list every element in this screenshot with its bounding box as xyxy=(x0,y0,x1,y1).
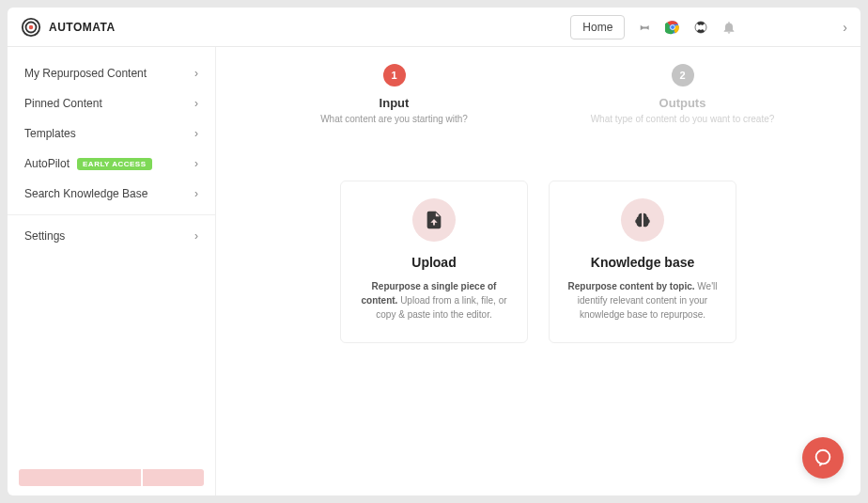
step-subtitle: What type of content do you want to crea… xyxy=(591,114,775,124)
sidebar-item-label: AutoPilot xyxy=(24,157,70,170)
topbar: AUTOMATA Home xyxy=(8,8,860,47)
card-knowledge-base[interactable]: Knowledge base Repurpose content by topi… xyxy=(549,181,736,343)
sidebar-item-autopilot[interactable]: AutoPilot EARLY ACCESS › xyxy=(8,149,215,179)
card-description: Repurpose a single piece of content. Upl… xyxy=(356,279,512,322)
sidebar-item-pinned[interactable]: Pinned Content › xyxy=(8,88,215,118)
step-title: Outputs xyxy=(659,96,706,110)
upload-icon xyxy=(412,198,456,242)
chevron-right-icon: › xyxy=(194,157,198,170)
bell-icon[interactable] xyxy=(721,19,737,36)
chrome-icon[interactable] xyxy=(664,19,681,36)
early-access-badge: EARLY ACCESS xyxy=(77,158,152,170)
step-outputs: 2 Outputs What type of content do you wa… xyxy=(538,64,827,124)
card-description: Repurpose content by topic. We'll identi… xyxy=(565,279,721,322)
sidebar-footer xyxy=(8,460,215,495)
expand-chevron-icon[interactable]: › xyxy=(843,20,847,35)
brand-logo-icon xyxy=(21,17,41,38)
sidebar-item-label: Search Knowledge Base xyxy=(24,187,147,200)
step-subtitle: What content are you starting with? xyxy=(320,114,468,124)
pin-icon[interactable] xyxy=(636,19,653,36)
card-title: Knowledge base xyxy=(565,255,721,270)
stepper: 1 Input What content are you starting wi… xyxy=(250,64,827,124)
svg-point-7 xyxy=(816,450,830,464)
svg-point-2 xyxy=(29,24,34,29)
step-input: 1 Input What content are you starting wi… xyxy=(250,64,538,124)
sidebar-item-label: My Repurposed Content xyxy=(24,67,147,80)
divider xyxy=(8,214,215,215)
chevron-right-icon: › xyxy=(194,97,198,110)
sidebar-item-label: Templates xyxy=(24,127,76,140)
chevron-right-icon: › xyxy=(194,187,198,200)
card-title: Upload xyxy=(356,255,512,270)
sidebar-item-label: Settings xyxy=(24,229,65,243)
chevron-right-icon: › xyxy=(194,67,198,80)
svg-point-5 xyxy=(671,25,674,29)
sidebar-item-repurposed[interactable]: My Repurposed Content › xyxy=(8,58,215,88)
sidebar-item-search-kb[interactable]: Search Knowledge Base › xyxy=(8,179,215,209)
card-upload[interactable]: Upload Repurpose a single piece of conte… xyxy=(340,181,528,343)
brand-name: AUTOMATA xyxy=(49,21,116,34)
chat-fab[interactable] xyxy=(802,437,844,479)
option-cards: Upload Repurpose a single piece of conte… xyxy=(250,181,827,343)
quota-bar xyxy=(19,469,204,486)
chevron-right-icon: › xyxy=(194,127,198,140)
main-content: 1 Input What content are you starting wi… xyxy=(216,47,860,495)
chevron-right-icon: › xyxy=(194,229,198,243)
help-icon[interactable] xyxy=(692,19,709,36)
step-title: Input xyxy=(380,96,410,110)
home-button[interactable]: Home xyxy=(570,15,625,39)
brand: AUTOMATA xyxy=(21,17,116,38)
brain-icon xyxy=(621,198,664,242)
sidebar-item-templates[interactable]: Templates › xyxy=(8,118,215,149)
sidebar-item-settings[interactable]: Settings › xyxy=(8,221,215,251)
sidebar: My Repurposed Content › Pinned Content ›… xyxy=(8,47,216,495)
step-number: 1 xyxy=(383,64,406,86)
step-number: 2 xyxy=(672,64,694,86)
sidebar-item-label: Pinned Content xyxy=(24,97,102,110)
